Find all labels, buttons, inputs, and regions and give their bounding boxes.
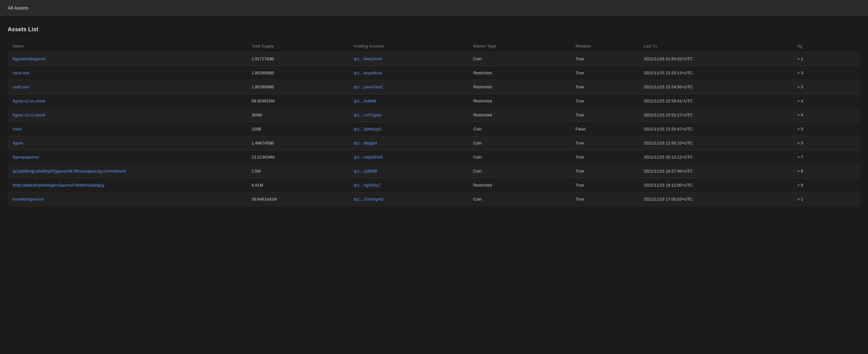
marker-type: Coin <box>468 122 570 136</box>
asset-name-link[interactable]: tp1sp68lmjjcy5w9hp97ggeuymfk79hvuzlqamu2… <box>13 169 126 173</box>
holding-account-link[interactable]: tp1…lrv8ftdf <box>354 99 376 103</box>
asset-supply: 13.213634M <box>246 150 349 164</box>
asset-supply: 1.8629068B <box>246 80 349 94</box>
age-value: > 1 <box>792 192 860 206</box>
age-value: > 8 <box>792 164 860 178</box>
table-row: fmtp1wq8edl0ples9ugkm2aurmd74lrldkh5c8wf… <box>8 178 860 192</box>
mintable-value: True <box>570 178 639 192</box>
col-header-mintable: Mintable <box>570 40 639 52</box>
age-value: > 3 <box>792 66 860 80</box>
holding-account-link[interactable]: tp1…kcyw9nca <box>354 70 382 75</box>
last-tx: 2021/11/15 22:51:17+UTC <box>639 108 792 122</box>
asset-name-link[interactable]: usdf.coin <box>13 85 29 89</box>
table-row: homebridgeomni39.6461641Mtp1…r5xm0gm0Coi… <box>8 192 860 206</box>
col-header-marker: Marker Type <box>468 40 570 52</box>
table-row: tp1sp68lmjjcy5w9hp97ggeuymfk79hvuzlqamu2… <box>8 164 860 178</box>
content: Assets List Name Total Supply Holding Ac… <box>0 16 868 217</box>
asset-name-link[interactable]: figurepayomni <box>13 155 39 159</box>
age-value: > 5 <box>792 136 860 150</box>
last-tx: 2021/11/15 18:27:46+UTC <box>639 164 792 178</box>
table-body: figurelendingomni1.9171783Btp1…feey2mrmC… <box>8 52 860 206</box>
col-header-supply: Total Supply <box>246 40 349 52</box>
table-row: figure1.4987458Btp1…8fpjjtp4CoinTrue2021… <box>8 136 860 150</box>
marker-type: Restricted <box>468 66 570 80</box>
mintable-value: True <box>570 150 639 164</box>
mintable-value: True <box>570 108 639 122</box>
mintable-value: True <box>570 164 639 178</box>
mintable-value: True <box>570 66 639 80</box>
holding-account-link[interactable]: tp1…r5xm0gm0 <box>354 197 383 201</box>
top-bar-title: All Assets <box>8 5 28 10</box>
marker-type: Coin <box>468 192 570 206</box>
marker-type: Coin <box>468 164 570 178</box>
table-row: usdf.coin1.8629068Btp1…pana7ew2Restricte… <box>8 80 860 94</box>
col-header-holding: Holding Account <box>349 40 468 52</box>
table-row: figure-v2.es.stock69.929915Mtp1…lrv8ftdf… <box>8 94 860 108</box>
age-value: > 4 <box>792 94 860 108</box>
mintable-value: False <box>570 122 639 136</box>
asset-name-link[interactable]: figure <box>13 141 23 146</box>
asset-supply: 100B <box>246 122 349 136</box>
last-tx: 2021/11/15 21:50:10+UTC <box>639 136 792 150</box>
table-row: hash100Btp1…3dhkszp0CoinFalse2021/11/15 … <box>8 122 860 136</box>
age-value: > 4 <box>792 108 860 122</box>
table-header: Name Total Supply Holding Account Marker… <box>8 40 860 52</box>
col-header-name: Name <box>8 40 246 52</box>
holding-account-link[interactable]: tp1…cj456lff <box>354 169 377 173</box>
mintable-value: True <box>570 192 639 206</box>
marker-type: Restricted <box>468 178 570 192</box>
asset-supply: 1.5M <box>246 164 349 178</box>
col-header-age: Ag <box>792 40 860 52</box>
holding-account-link[interactable]: tp1…8fpjjtp4 <box>354 141 377 146</box>
age-value: > 9 <box>792 178 860 192</box>
asset-supply: 300M <box>246 108 349 122</box>
holding-account-link[interactable]: tp1…cxh7qyqn <box>354 112 382 117</box>
age-value: > 3 <box>792 80 860 94</box>
table-row: figurelendingomni1.9171783Btp1…feey2mrmC… <box>8 52 860 66</box>
table-wrapper: Name Total Supply Holding Account Marker… <box>8 40 860 206</box>
mintable-value: True <box>570 80 639 94</box>
marker-type: Coin <box>468 150 570 164</box>
last-tx: 2021/11/15 23:24:56+UTC <box>639 80 792 94</box>
table-row: figurepayomni13.213634Mtp1…w8p093x6CoinT… <box>8 150 860 164</box>
last-tx: 2021/11/15 20:12:12+UTC <box>639 150 792 164</box>
header-row: Name Total Supply Holding Account Marker… <box>8 40 860 52</box>
holding-account-link[interactable]: tp1…3dhkszp0 <box>354 127 382 131</box>
holding-account-link[interactable]: tp1…feey2mrm <box>354 57 382 61</box>
asset-name-link[interactable]: hash <box>13 127 22 131</box>
age-value: > 5 <box>792 122 860 136</box>
asset-supply: 69.929915M <box>246 94 349 108</box>
holding-account-link[interactable]: tp1…pana7ew2 <box>354 85 383 89</box>
age-value: > 1 <box>792 52 860 66</box>
table-row: nycb.test1.8629068Btp1…kcyw9ncaRestricte… <box>8 66 860 80</box>
last-tx: 2021/11/15 23:25:13+UTC <box>639 66 792 80</box>
asset-supply: 1.9171783B <box>246 52 349 66</box>
asset-supply: 6.81M <box>246 178 349 192</box>
asset-name-link[interactable]: figure-v2.cs.stock <box>13 112 45 117</box>
last-tx: 2021/11/15 18:12:00+UTC <box>639 178 792 192</box>
asset-name-link[interactable]: figurelendingomni <box>13 57 45 61</box>
asset-name-link[interactable]: fmtp1wq8edl0ples9ugkm2aurmd74lrldkh5c8wf… <box>13 183 105 188</box>
section-title: Assets List <box>8 26 860 33</box>
asset-name-link[interactable]: figure-v2.es.stock <box>13 99 45 103</box>
asset-name-link[interactable]: homebridgeomni <box>13 197 44 201</box>
age-value: > 7 <box>792 150 860 164</box>
asset-supply: 1.4987458B <box>246 136 349 150</box>
col-header-lasttx: Last Tx <box>639 40 792 52</box>
top-bar: All Assets <box>0 0 868 16</box>
marker-type: Restricted <box>468 80 570 94</box>
marker-type: Restricted <box>468 94 570 108</box>
marker-type: Restricted <box>468 108 570 122</box>
assets-table: Name Total Supply Holding Account Marker… <box>8 40 860 206</box>
holding-account-link[interactable]: tp1…w8p093x6 <box>354 155 383 159</box>
last-tx: 2021/11/15 22:59:41+UTC <box>639 94 792 108</box>
mintable-value: True <box>570 136 639 150</box>
asset-supply: 1.8629068B <box>246 66 349 80</box>
asset-name-link[interactable]: nycb.test <box>13 70 29 75</box>
asset-supply: 39.6461641M <box>246 192 349 206</box>
mintable-value: True <box>570 52 639 66</box>
mintable-value: True <box>570 94 639 108</box>
table-row: figure-v2.cs.stock300Mtp1…cxh7qyqnRestri… <box>8 108 860 122</box>
marker-type: Coin <box>468 52 570 66</box>
holding-account-link[interactable]: tp1…hg5e0vj7 <box>354 183 381 188</box>
